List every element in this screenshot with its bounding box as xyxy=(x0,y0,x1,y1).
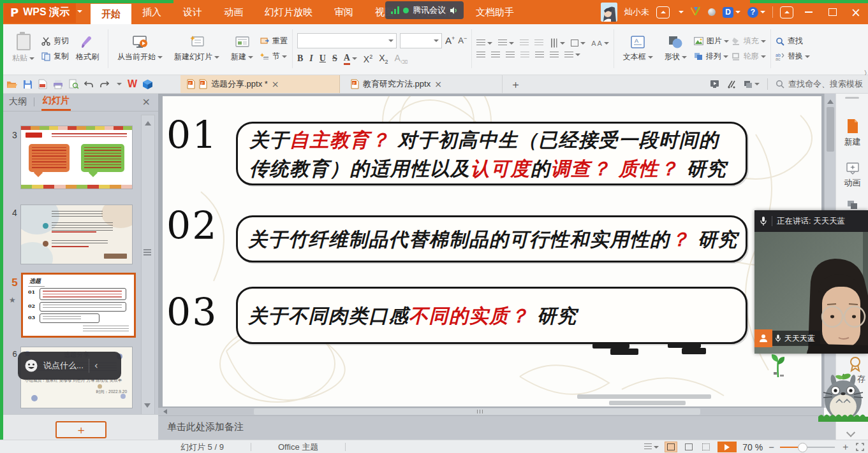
scroll-left-icon[interactable] xyxy=(161,409,167,414)
slides-tab[interactable]: 幻灯片 xyxy=(41,93,71,111)
decrease-indent-button[interactable] xyxy=(520,40,529,47)
meeting-video-window[interactable]: 正在讲话: 天天天蓝 天天天蓝 xyxy=(754,210,868,354)
thumbnail-scrollbar[interactable] xyxy=(141,115,155,415)
scrollbar-grip[interactable] xyxy=(143,248,151,257)
char-spacing-button[interactable]: A A xyxy=(591,40,609,47)
task-new-button[interactable]: 新建 xyxy=(836,119,868,148)
member-badge-icon[interactable] xyxy=(656,6,670,18)
bullet-list-button[interactable] xyxy=(476,40,492,47)
zoom-slider[interactable] xyxy=(780,447,835,448)
present-mode-icon[interactable] xyxy=(710,80,719,89)
increase-indent-button[interactable] xyxy=(534,40,543,47)
export-pdf-icon[interactable] xyxy=(38,79,47,89)
copy-button[interactable]: 复制 xyxy=(41,51,69,62)
panel-drag-handle[interactable] xyxy=(845,97,859,99)
superscript-button[interactable]: X2 xyxy=(364,54,372,64)
video-feed[interactable]: 天天天蓝 xyxy=(754,232,868,354)
slide-thumbnail-5-current[interactable]: 选题 01 02 03 xyxy=(21,273,136,338)
format-painter-button[interactable]: 格式刷 xyxy=(71,34,103,64)
wps-v-icon[interactable] xyxy=(691,6,701,18)
medal-icon[interactable] xyxy=(847,356,864,372)
zoom-out-icon[interactable]: − xyxy=(769,442,774,452)
redo-icon[interactable] xyxy=(99,80,109,89)
cut-button[interactable]: 剪切 xyxy=(41,36,69,47)
tab-review[interactable]: 审阅 xyxy=(323,0,364,24)
paste-button[interactable]: 粘贴 xyxy=(8,32,39,65)
scroll-down-icon[interactable] xyxy=(144,403,151,411)
new-tab-button[interactable]: ＋ xyxy=(510,77,521,92)
shapes-button[interactable]: 形状 xyxy=(660,34,691,64)
justify-button[interactable] xyxy=(520,52,529,59)
ink-tools-icon[interactable] xyxy=(727,80,736,89)
item-02-number[interactable]: 02 xyxy=(166,203,212,248)
replace-button[interactable]: abac 替换 xyxy=(776,51,810,62)
item-03-number[interactable]: 03 xyxy=(166,290,212,334)
print-icon[interactable] xyxy=(53,80,63,89)
add-slide-button[interactable]: ＋ xyxy=(55,421,107,438)
font-family-select[interactable] xyxy=(297,33,397,48)
scroll-up-icon[interactable] xyxy=(827,96,834,104)
app-logo[interactable]: P WPS 演示 xyxy=(4,1,76,23)
tab-animation[interactable]: 动画 xyxy=(213,0,254,24)
notes-toggle-icon[interactable] xyxy=(644,443,659,450)
scroll-up-icon[interactable] xyxy=(145,118,151,126)
clear-format-button[interactable]: A⌫ xyxy=(395,53,408,65)
app-menu-caret-icon[interactable] xyxy=(77,10,82,15)
fill-button[interactable]: 填充 xyxy=(732,36,766,47)
notes-pane[interactable]: 单击此处添加备注 xyxy=(158,415,835,440)
section-button[interactable]: 节 xyxy=(260,51,288,62)
save-icon[interactable] xyxy=(23,80,33,89)
picture-button[interactable]: 图片 xyxy=(694,36,729,47)
panel-collapse-chevron-icon[interactable] xyxy=(846,428,855,437)
filetab-close-icon[interactable]: × xyxy=(272,79,279,89)
subscript-button[interactable]: X2 xyxy=(379,53,388,65)
outline-tab[interactable]: 大纲 xyxy=(9,96,27,108)
slide-thumbnail-4[interactable] xyxy=(21,205,132,264)
italic-button[interactable]: I xyxy=(309,54,313,64)
wps-w-icon[interactable]: W xyxy=(128,78,137,90)
outline-button[interactable]: 轮廓 xyxy=(732,51,766,62)
cube-icon[interactable] xyxy=(143,80,152,89)
find-button[interactable]: 查找 xyxy=(776,36,810,47)
theme-name[interactable]: Office 主题 xyxy=(278,442,318,453)
user-avatar[interactable] xyxy=(601,3,617,22)
animation-star-icon[interactable]: ★ xyxy=(9,296,16,305)
font-size-select[interactable] xyxy=(400,33,442,48)
participant-count-badge[interactable] xyxy=(754,329,772,347)
tab-insert[interactable]: 插入 xyxy=(131,0,172,24)
slideshow-play-button[interactable] xyxy=(717,442,737,452)
decrease-font-icon[interactable]: A− xyxy=(458,35,467,45)
scrollbar-thumb[interactable] xyxy=(827,107,834,152)
align-center-button[interactable] xyxy=(491,52,500,59)
arrange-button[interactable]: 排列 xyxy=(694,51,729,62)
notes-placeholder[interactable]: 单击此处添加备注 xyxy=(167,421,835,433)
panel-close-icon[interactable]: × xyxy=(142,96,151,108)
view-notes-button[interactable] xyxy=(700,442,712,452)
user-name[interactable]: 灿小未 xyxy=(624,6,649,18)
zoom-in-icon[interactable]: ＋ xyxy=(841,441,850,453)
maximize-button[interactable] xyxy=(824,0,841,24)
line-spacing-button[interactable] xyxy=(535,52,544,59)
member-caret-icon[interactable] xyxy=(679,11,684,16)
increase-font-icon[interactable]: A+ xyxy=(445,35,455,46)
emoji-smiley-icon[interactable] xyxy=(24,359,38,373)
open-folder-icon[interactable] xyxy=(6,80,17,89)
para-spacing-after-button[interactable] xyxy=(564,52,580,59)
close-button[interactable]: × xyxy=(848,0,864,24)
filetab-other[interactable]: P 教育研究方法.pptx × xyxy=(344,75,503,93)
view-sorter-button[interactable] xyxy=(683,442,695,452)
item-03-box[interactable]: 关于不同肉类口感不同的实质？ 研究 xyxy=(236,287,747,344)
meeting-chat-bubble[interactable]: 说点什么... ‹ xyxy=(18,352,121,380)
collapse-left-icon[interactable]: ‹ xyxy=(94,360,98,371)
fullscreen-icon[interactable] xyxy=(856,443,864,451)
text-box-style-button[interactable] xyxy=(571,40,585,47)
video-header[interactable]: 正在讲话: 天天天蓝 xyxy=(754,210,868,232)
hide-ribbon-icon[interactable] xyxy=(780,6,793,18)
print-preview-icon[interactable] xyxy=(69,79,78,89)
underline-button[interactable]: U xyxy=(320,54,326,64)
minimize-button[interactable] xyxy=(800,0,817,24)
textbox-button[interactable]: A 文本框 xyxy=(619,34,658,64)
filetab-current[interactable]: P P 选题分享.pptx * × xyxy=(180,75,340,93)
scrollbar-thumb[interactable] xyxy=(254,408,700,415)
zoom-level[interactable]: 70 % xyxy=(742,442,763,452)
